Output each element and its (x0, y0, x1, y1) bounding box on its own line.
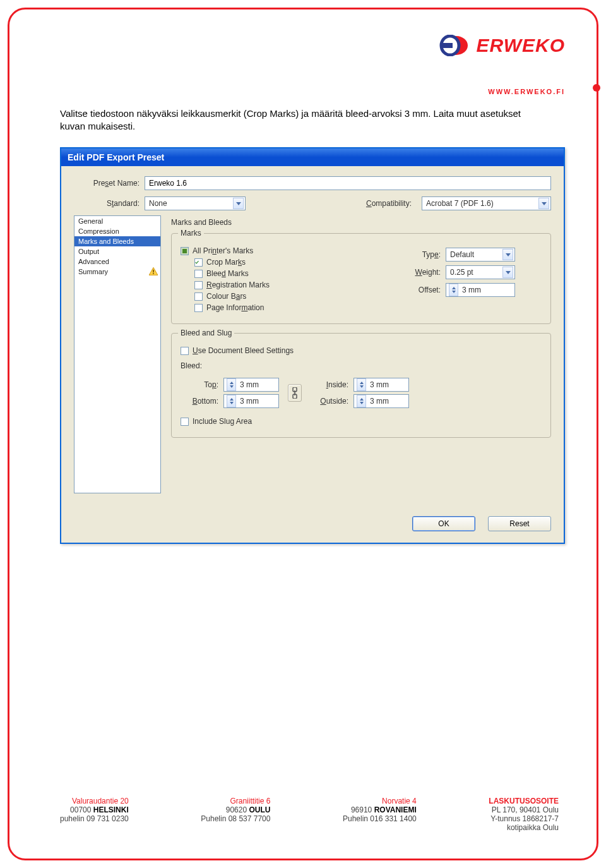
registration-marks-label: Registration Marks (206, 280, 270, 289)
offset-spinner[interactable]: 3 mm (446, 283, 515, 297)
bleed-bottom-label: Bottom: (181, 397, 218, 406)
bleed-marks-label: Bleed Marks (206, 269, 249, 278)
crop-marks-label: Crop Marks (206, 258, 246, 267)
registration-marks-checkbox[interactable] (194, 281, 203, 289)
preset-name-label: Preset Name: (74, 179, 145, 188)
bleed-heading: Bleed: (181, 361, 542, 370)
link-values-button[interactable] (288, 384, 302, 402)
sidebar-item-marks-bleeds[interactable]: Marks and Bleeds (74, 236, 160, 246)
export-preset-dialog: Edit PDF Export Preset Preset Name: Stan… (60, 147, 565, 544)
type-select[interactable]: Default (446, 248, 515, 262)
bleed-outside-label: Outside: (311, 397, 348, 406)
compatibility-value: Acrobat 7 (PDF 1.6) (426, 199, 494, 208)
include-slug-label: Include Slug Area (193, 417, 252, 426)
erweko-logo-icon (439, 35, 470, 56)
chevron-down-icon (538, 198, 549, 209)
use-doc-bleed-label: Use Document Bleed Settings (193, 346, 294, 355)
footer-rovaniemi: Norvatie 4 96910 ROVANIEMI Puhelin 016 3… (343, 797, 417, 832)
spinner-arrows-icon[interactable] (227, 378, 236, 391)
standard-value: None (149, 199, 167, 208)
all-printers-marks-checkbox[interactable] (181, 247, 189, 255)
ok-button[interactable]: OK (412, 516, 475, 531)
link-icon (292, 387, 298, 399)
brand-url: WWW.ERWEKO.FI (488, 88, 565, 95)
preset-name-input[interactable] (145, 176, 551, 190)
offset-label: Offset: (403, 286, 441, 294)
sidebar-item-compression[interactable]: Compression (74, 226, 160, 236)
svg-rect-5 (153, 270, 154, 272)
bleed-slug-group: Bleed and Slug Use Document Bleed Settin… (171, 333, 551, 438)
spinner-arrows-icon[interactable] (357, 395, 366, 407)
bleed-inside-label: Inside: (311, 380, 348, 389)
page-info-checkbox[interactable] (194, 304, 203, 312)
weight-select[interactable]: 0.25 pt (446, 265, 515, 279)
type-label: Type: (403, 250, 441, 259)
brand-name: ERWEKO (477, 35, 565, 56)
marks-legend: Marks (178, 229, 204, 238)
warning-icon (149, 267, 158, 275)
bleed-top-spinner[interactable]: 3 mm (223, 378, 279, 392)
bleed-inside-spinner[interactable]: 3 mm (354, 378, 409, 392)
weight-label: Weight: (403, 268, 441, 277)
marks-group: Marks All Printer's Marks (171, 233, 551, 324)
chevron-down-icon (233, 198, 244, 209)
footer-oulu: Graniittitie 6 90620 OULU Puhelin 08 537… (201, 797, 270, 832)
spinner-arrows-icon[interactable] (357, 378, 366, 391)
compatibility-select[interactable]: Acrobat 7 (PDF 1.6) (422, 196, 551, 210)
svg-rect-6 (153, 273, 154, 274)
standard-select[interactable]: None (145, 196, 246, 210)
bleed-marks-checkbox[interactable] (194, 270, 203, 278)
sidebar-item-output[interactable]: Output (74, 246, 160, 256)
spinner-arrows-icon[interactable] (449, 284, 458, 296)
reset-button[interactable]: Reset (488, 516, 551, 531)
category-sidebar[interactable]: General Compression Marks and Bleeds Out… (74, 215, 161, 493)
include-slug-checkbox[interactable] (181, 418, 189, 426)
panel-title: Marks and Bleeds (171, 218, 551, 227)
colour-bars-label: Colour Bars (206, 292, 246, 301)
colour-bars-checkbox[interactable] (194, 292, 203, 301)
standard-label: Standard: (74, 199, 145, 208)
crop-marks-checkbox[interactable] (194, 258, 203, 267)
brand-logo: ERWEKO (439, 35, 565, 56)
sidebar-item-advanced[interactable]: Advanced (74, 256, 160, 267)
instructions-text: Valitse tiedostoon näkyväksi leikkausmer… (60, 107, 546, 132)
use-doc-bleed-checkbox[interactable] (181, 347, 189, 355)
bleed-bottom-spinner[interactable]: 3 mm (223, 394, 279, 408)
bleed-slug-legend: Bleed and Slug (178, 329, 234, 337)
sidebar-item-general[interactable]: General (74, 216, 160, 226)
dialog-title: Edit PDF Export Preset (61, 148, 564, 166)
bleed-outside-spinner[interactable]: 3 mm (354, 394, 409, 408)
footer-helsinki: Valuraudantie 20 00700 HELSINKI puhelin … (60, 797, 129, 832)
page-info-label: Page Information (206, 303, 264, 312)
compatibility-label: Compatibility: (366, 199, 417, 208)
chevron-down-icon (502, 267, 513, 278)
svg-rect-3 (440, 43, 453, 48)
spinner-arrows-icon[interactable] (227, 395, 236, 407)
footer: Valuraudantie 20 00700 HELSINKI puhelin … (60, 797, 559, 832)
bleed-top-label: Top: (181, 380, 218, 389)
sidebar-item-summary[interactable]: Summary (74, 267, 160, 277)
chevron-down-icon (502, 249, 513, 260)
footer-billing: LASKUTUSOSOITE PL 170, 90401 Oulu Y-tunn… (489, 797, 559, 832)
all-printers-marks-label: All Printer's Marks (193, 246, 253, 255)
